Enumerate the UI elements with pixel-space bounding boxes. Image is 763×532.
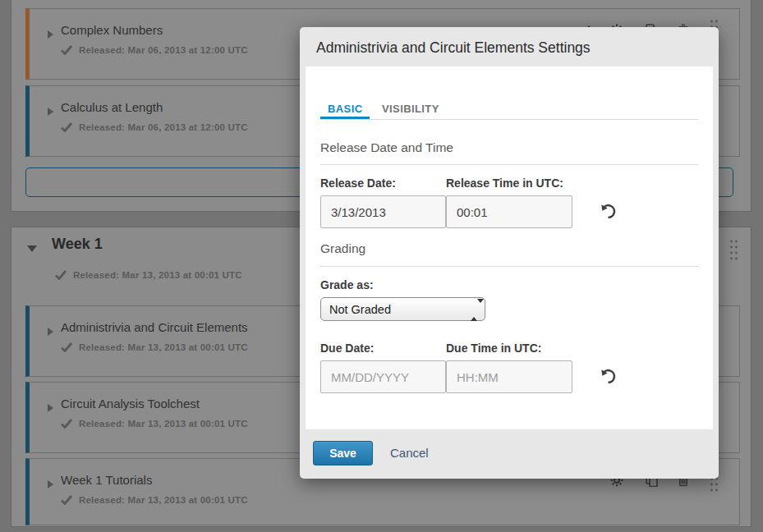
release-date-input[interactable] (320, 195, 446, 228)
release-time-input[interactable] (446, 195, 572, 228)
release-section-heading: Release Date and Time (320, 140, 453, 155)
due-date-input[interactable] (320, 360, 446, 393)
grade-as-label: Grade as: (320, 278, 374, 291)
reset-release-icon[interactable] (599, 203, 617, 221)
due-date-label: Due Date: (320, 342, 374, 355)
grading-section-heading: Grading (320, 241, 365, 256)
tab-visibility[interactable]: VISIBILITY (382, 103, 439, 115)
divider (320, 164, 698, 165)
due-time-input[interactable] (446, 360, 572, 393)
release-time-label: Release Time in UTC: (446, 177, 563, 190)
reset-due-icon[interactable] (599, 368, 617, 386)
modal-title: Administrivia and Circuit Elements Setti… (316, 27, 591, 66)
divider (320, 266, 698, 267)
tab-basic[interactable]: BASIC (328, 103, 362, 115)
due-time-label: Due Time in UTC: (446, 342, 541, 355)
save-button[interactable]: Save (313, 441, 373, 466)
grade-as-select[interactable]: Not Graded (320, 297, 485, 321)
settings-modal: Administrivia and Circuit Elements Setti… (300, 27, 719, 479)
course-outline-page: Complex Numbers Released: Mar 06, 2013 a… (0, 0, 763, 532)
tab-divider (320, 119, 698, 120)
modal-body: BASIC VISIBILITY Release Date and Time R… (306, 66, 713, 429)
cancel-button[interactable]: Cancel (390, 441, 429, 466)
release-date-label: Release Date: (320, 177, 396, 190)
